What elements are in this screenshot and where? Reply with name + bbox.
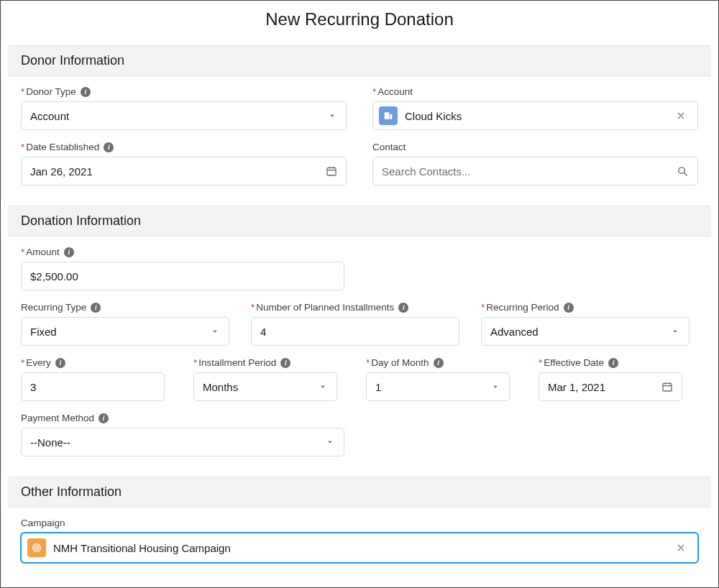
info-icon[interactable]: i [99, 413, 109, 423]
label-account: *Account [372, 86, 698, 97]
label-payment-method: Payment Method i [21, 413, 344, 423]
chevron-down-icon [325, 437, 335, 447]
recurring-period-select[interactable]: Advanced [481, 317, 690, 346]
section-header-donor: Donor Information [8, 45, 711, 76]
svg-line-7 [684, 173, 687, 175]
search-icon [677, 165, 689, 178]
amount-input[interactable] [21, 262, 344, 290]
svg-rect-0 [385, 112, 390, 119]
campaign-lookup[interactable]: NMH Transitional Housing Campaign [21, 533, 698, 563]
label-payment-method-text: Payment Method [21, 413, 94, 423]
installment-period-value: Months [203, 381, 238, 393]
effective-date-value: Mar 1, 2021 [548, 381, 605, 393]
clear-campaign-button[interactable] [673, 540, 689, 556]
clear-account-button[interactable] [673, 108, 689, 124]
label-date-established: *Date Established i [21, 142, 347, 152]
svg-rect-8 [663, 383, 672, 391]
chevron-down-icon [490, 382, 500, 392]
section-header-other: Other Information [8, 477, 711, 507]
label-every-text: Every [26, 357, 51, 368]
label-planned-installments-text: Number of Planned Installments [256, 302, 394, 313]
label-day-of-month-text: Day of Month [371, 357, 429, 368]
info-icon[interactable]: i [608, 358, 618, 368]
label-effective-date: *Effective Date i [539, 357, 682, 368]
chevron-down-icon [210, 326, 220, 336]
label-contact-text: Contact [372, 142, 406, 152]
section-body-other: Campaign NMH Transitional Housing Campai… [8, 507, 711, 566]
planned-installments-input[interactable] [251, 317, 459, 346]
label-installment-period: *Installment Period i [193, 357, 337, 368]
label-donor-type: *Donor Type i [21, 86, 347, 97]
label-recurring-period: *Recurring Period i [481, 302, 690, 313]
effective-date-input[interactable]: Mar 1, 2021 [539, 372, 682, 401]
donor-type-value: Account [30, 110, 69, 122]
info-icon[interactable]: i [280, 358, 290, 368]
label-planned-installments: *Number of Planned Installments i [251, 302, 459, 313]
chevron-down-icon [327, 111, 337, 121]
label-effective-date-text: Effective Date [544, 357, 604, 368]
amount-field[interactable] [30, 262, 335, 290]
recurring-period-value: Advanced [490, 326, 539, 338]
label-campaign-text: Campaign [21, 518, 65, 528]
label-account-text: Account [377, 86, 413, 97]
info-icon[interactable]: i [104, 142, 114, 152]
account-lookup[interactable]: Cloud Kicks [372, 101, 698, 130]
section-header-donation: Donation Information [8, 206, 711, 236]
label-amount: *Amount i [21, 247, 344, 257]
info-icon[interactable]: i [564, 303, 574, 313]
svg-rect-2 [327, 167, 336, 175]
label-contact: Contact [372, 142, 698, 152]
recurring-type-select[interactable]: Fixed [21, 317, 229, 346]
info-icon[interactable]: i [398, 303, 408, 313]
section-body-donation: *Amount i Recurring Type i Fixed [8, 236, 711, 471]
every-input[interactable] [21, 372, 165, 401]
info-icon[interactable]: i [81, 87, 91, 97]
info-icon[interactable]: i [64, 247, 74, 257]
account-value: Cloud Kicks [405, 110, 666, 122]
recurring-type-value: Fixed [30, 326, 57, 338]
installment-period-select[interactable]: Months [193, 372, 337, 401]
svg-rect-1 [390, 114, 392, 119]
label-campaign: Campaign [21, 518, 698, 528]
calendar-icon [661, 381, 673, 392]
payment-method-value: --None-- [30, 436, 70, 449]
label-recurring-type-text: Recurring Type [21, 302, 86, 313]
day-of-month-value: 1 [375, 381, 381, 393]
info-icon[interactable]: i [91, 303, 101, 313]
every-field[interactable] [30, 373, 155, 400]
page-title: New Recurring Donation [1, 1, 718, 40]
chevron-down-icon [318, 382, 328, 392]
donor-type-select[interactable]: Account [21, 101, 347, 130]
day-of-month-select[interactable]: 1 [366, 372, 510, 401]
label-recurring-type: Recurring Type i [21, 302, 229, 313]
info-icon[interactable]: i [434, 358, 444, 368]
contact-search-input[interactable] [372, 157, 698, 185]
label-amount-text: Amount [26, 247, 60, 257]
label-donor-type-text: Donor Type [26, 86, 76, 97]
svg-point-14 [36, 547, 37, 548]
campaign-icon [27, 538, 46, 557]
planned-installments-field[interactable] [260, 318, 450, 345]
label-date-established-text: Date Established [26, 142, 99, 152]
label-every: *Every i [21, 357, 165, 368]
info-icon[interactable]: i [55, 358, 65, 368]
label-installment-period-text: Installment Period [198, 357, 276, 368]
svg-point-6 [679, 167, 685, 173]
chevron-down-icon [670, 326, 680, 336]
payment-method-select[interactable]: --None-- [21, 428, 344, 456]
label-recurring-period-text: Recurring Period [486, 302, 559, 313]
date-established-value: Jan 26, 2021 [30, 165, 93, 178]
section-body-donor: *Donor Type i Account *Account [8, 76, 711, 200]
label-day-of-month: *Day of Month i [366, 357, 510, 368]
account-icon [379, 106, 398, 125]
contact-search-field[interactable] [382, 157, 677, 185]
calendar-icon [326, 165, 337, 177]
date-established-input[interactable]: Jan 26, 2021 [21, 157, 347, 185]
modal-new-recurring-donation: New Recurring Donation Donor Information… [0, 0, 719, 588]
campaign-value: NMH Transitional Housing Campaign [53, 542, 666, 554]
